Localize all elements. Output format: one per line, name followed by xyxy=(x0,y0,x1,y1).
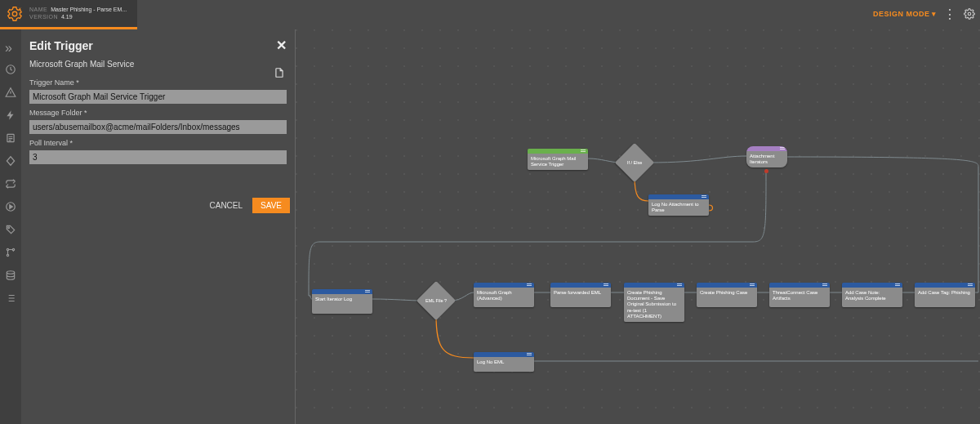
node-attachment-iterators[interactable]: Attachment Iterators xyxy=(746,146,787,167)
poll-interval-label: Poll Interval * xyxy=(29,139,287,147)
trigger-name-input[interactable] xyxy=(29,90,287,104)
node-create-phishing-document[interactable]: Create Phishing Document - Save Original… xyxy=(624,283,684,322)
svg-point-12 xyxy=(8,227,10,229)
svg-point-0 xyxy=(12,11,17,16)
chevron-down-icon: ▾ xyxy=(932,10,937,18)
flow-canvas[interactable]: Microsoft Graph Mail Service Trigger If … xyxy=(296,29,980,424)
node-add-case-tag[interactable]: Add Case Tag: Phishing xyxy=(915,283,975,307)
branch-icon[interactable] xyxy=(5,247,16,258)
save-button[interactable]: SAVE xyxy=(252,198,290,213)
expand-rail-icon[interactable]: » xyxy=(5,41,16,52)
cancel-button[interactable]: CANCEL xyxy=(203,198,249,213)
settings-gear-icon[interactable] xyxy=(964,8,975,20)
node-start-iterator-log[interactable]: Start Iterator Log xyxy=(312,289,372,314)
node-threatconnect-case-artifacts[interactable]: ThreatConnect Case Artifacts xyxy=(769,283,830,307)
close-icon[interactable]: ✕ xyxy=(276,38,287,53)
tag-icon[interactable] xyxy=(5,224,16,235)
loop-icon[interactable] xyxy=(5,178,16,190)
panel-title: Edit Trigger xyxy=(29,39,93,52)
message-folder-input[interactable] xyxy=(29,120,287,134)
iterator-out-port[interactable] xyxy=(764,169,768,173)
diamond-icon[interactable] xyxy=(5,155,16,167)
notes-icon[interactable] xyxy=(5,132,16,144)
trigger-name-label: Trigger Name * xyxy=(29,78,287,87)
node-msgraph-advanced[interactable]: Microsoft Graph (Advanced) xyxy=(474,283,534,307)
document-icon[interactable] xyxy=(274,67,285,82)
node-trigger[interactable]: Microsoft Graph Mail Service Trigger xyxy=(528,149,588,170)
workflow-tab[interactable]: NAME Master Phishing - Parse EM... VERSI… xyxy=(0,0,137,29)
database-icon[interactable] xyxy=(5,270,16,281)
gear-icon xyxy=(5,4,24,24)
play-icon[interactable] xyxy=(5,201,16,212)
node-create-phishing-case[interactable]: Create Phishing Case xyxy=(697,283,757,307)
svg-point-15 xyxy=(7,254,8,256)
bolt-icon[interactable] xyxy=(5,109,16,121)
node-parse-forwarded-eml[interactable]: Parse forwarded EML xyxy=(550,283,611,307)
poll-interval-input[interactable] xyxy=(29,150,287,164)
node-add-case-note[interactable]: Add Case Note: Analysis Complete xyxy=(842,283,902,307)
edit-trigger-panel: Edit Trigger ✕ Microsoft Graph Mail Serv… xyxy=(21,29,296,424)
kebab-menu-icon[interactable]: ⋮ xyxy=(944,8,956,20)
svg-point-16 xyxy=(7,271,14,274)
left-rail: » xyxy=(0,29,21,424)
workflow-meta: NAME Master Phishing - Parse EM... VERSI… xyxy=(29,7,127,20)
design-mode-toggle[interactable]: DESIGN MODE ▾ xyxy=(873,10,936,18)
node-if-else[interactable]: If / Else xyxy=(615,143,654,182)
warning-icon[interactable] xyxy=(5,87,16,98)
message-folder-label: Message Folder * xyxy=(29,109,287,117)
panel-subtitle: Microsoft Graph Mail Service xyxy=(26,60,290,74)
node-eml-file[interactable]: EML File ? xyxy=(416,281,456,320)
node-log-no-attachment[interactable]: Log No Attachment to Parse xyxy=(648,194,709,216)
list-icon[interactable] xyxy=(5,292,16,304)
node-log-no-eml[interactable]: Log No EML xyxy=(474,352,534,372)
svg-point-1 xyxy=(968,12,971,16)
svg-point-13 xyxy=(7,248,8,250)
clock-icon[interactable] xyxy=(5,64,16,75)
